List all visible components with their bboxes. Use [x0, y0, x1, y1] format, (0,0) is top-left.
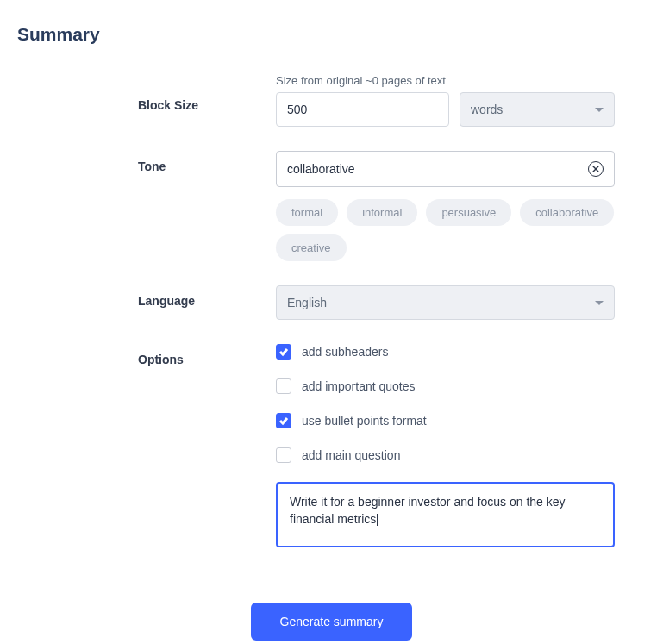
tone-input[interactable]: collaborative — [276, 151, 615, 187]
option-checkbox[interactable] — [276, 344, 291, 360]
tone-chips: formalinformalpersuasivecollaborativecre… — [276, 199, 615, 261]
block-size-unit-value: words — [471, 103, 503, 116]
generate-summary-button[interactable]: Generate summary — [251, 603, 413, 641]
tone-chip-persuasive[interactable]: persuasive — [426, 199, 511, 226]
language-select[interactable]: English — [276, 285, 615, 320]
options-label: Options — [138, 344, 267, 547]
tone-chip-collaborative[interactable]: collaborative — [520, 199, 614, 226]
option-checkbox[interactable] — [276, 447, 291, 463]
block-size-label: Block Size — [138, 74, 267, 127]
text-cursor — [377, 514, 378, 526]
option-checkbox[interactable] — [276, 413, 291, 428]
tone-chip-creative[interactable]: creative — [276, 234, 347, 261]
page-title: Summary — [17, 24, 646, 45]
tone-chip-informal[interactable]: informal — [347, 199, 417, 226]
block-size-unit-select[interactable]: words — [460, 92, 615, 127]
clear-tone-button[interactable] — [588, 161, 604, 177]
language-value: English — [287, 296, 327, 309]
option-row: add subheaders — [276, 344, 615, 360]
options-group: add subheadersadd important quotesuse bu… — [276, 344, 615, 547]
option-label: add important quotes — [302, 379, 416, 393]
tone-value: collaborative — [287, 162, 355, 176]
option-checkbox[interactable] — [276, 378, 291, 394]
chevron-down-icon — [595, 301, 604, 305]
close-icon — [592, 166, 599, 172]
chevron-down-icon — [595, 108, 604, 112]
option-row: add important quotes — [276, 378, 615, 394]
option-label: add subheaders — [302, 345, 388, 359]
option-row: add main question — [276, 447, 615, 463]
summary-form: Block Size Size from original ~0 pages o… — [138, 74, 603, 547]
block-size-input[interactable] — [276, 92, 449, 127]
custom-instructions-text: Write it for a beginner investor and foc… — [290, 495, 566, 526]
option-label: use bullet points format — [302, 414, 427, 428]
language-label: Language — [138, 285, 267, 320]
block-size-hint: Size from original ~0 pages of text — [276, 74, 615, 87]
option-label: add main question — [302, 448, 400, 462]
custom-instructions-input[interactable]: Write it for a beginner investor and foc… — [276, 482, 615, 547]
tone-label: Tone — [138, 151, 267, 261]
tone-chip-formal[interactable]: formal — [276, 199, 338, 226]
option-row: use bullet points format — [276, 413, 615, 428]
